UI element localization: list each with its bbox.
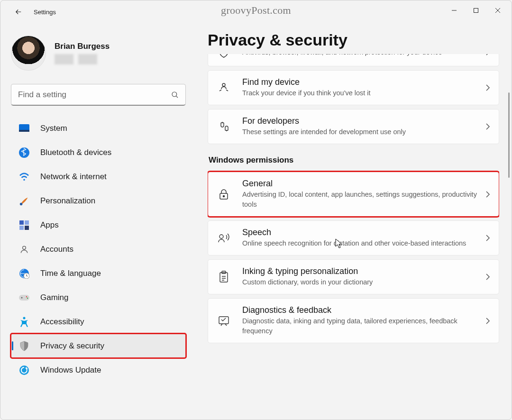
nav-item-time-language[interactable]: Time & language: [11, 261, 186, 285]
nav-item-gaming[interactable]: Gaming: [11, 285, 186, 310]
svg-rect-10: [25, 220, 29, 225]
nav-label: Accessibility: [40, 317, 84, 327]
svg-point-2: [172, 92, 177, 97]
svg-point-25: [219, 235, 223, 238]
card-title: General: [242, 179, 480, 189]
content-area: Privacy & security Windows Security Anti…: [192, 23, 512, 420]
maximize-button[interactable]: [465, 2, 487, 18]
avatar: [11, 36, 46, 71]
svg-rect-26: [220, 273, 228, 282]
back-button[interactable]: [12, 5, 25, 18]
location-person-icon: [217, 81, 231, 95]
card-speech[interactable]: Speech Online speech recognition for dic…: [208, 220, 499, 256]
nav-label: Network & internet: [40, 172, 107, 182]
nav-item-privacy-security[interactable]: Privacy & security: [11, 334, 186, 358]
card-title: Find my device: [242, 77, 480, 87]
search-input[interactable]: [11, 84, 186, 106]
nav-item-apps[interactable]: Apps: [11, 213, 186, 237]
shield-icon: [18, 340, 30, 352]
security-shield-icon: [217, 54, 231, 59]
nav-label: Personalization: [40, 196, 95, 206]
chevron-right-icon: [485, 234, 490, 242]
nav-item-bluetooth[interactable]: Bluetooth & devices: [11, 140, 186, 164]
svg-rect-16: [19, 295, 29, 301]
app-title: Settings: [34, 9, 56, 16]
wifi-icon: [18, 171, 30, 183]
svg-rect-9: [19, 220, 24, 225]
clipboard-icon: [217, 270, 231, 284]
svg-point-18: [26, 296, 27, 297]
nav-item-windows-update[interactable]: Windows Update: [11, 358, 186, 382]
card-subtitle: Diagnostic data, inking and typing data,…: [242, 316, 480, 336]
speech-icon: [217, 231, 231, 245]
brush-icon: [18, 195, 30, 207]
watermark-text: groovyPost.com: [221, 4, 291, 17]
card-for-developers[interactable]: For developers These settings are intend…: [208, 109, 499, 144]
minimize-button[interactable]: [443, 2, 465, 18]
scroll-area[interactable]: Windows Security Antivirus, browser, fir…: [208, 54, 499, 420]
card-subtitle: Custom dictionary, words in your diction…: [242, 277, 480, 287]
search-icon: [171, 91, 179, 99]
card-subtitle: Track your device if you think you've lo…: [242, 88, 480, 98]
profile-name: Brian Burgess: [55, 42, 110, 51]
scrollbar-thumb[interactable]: [508, 92, 510, 178]
card-general[interactable]: General Advertising ID, local content, a…: [208, 172, 499, 217]
nav-label: Apps: [40, 220, 59, 230]
nav-label: Privacy & security: [40, 341, 104, 351]
titlebar: Settings groovyPost.com: [0, 0, 512, 23]
svg-point-24: [223, 195, 225, 197]
chevron-right-icon: [485, 84, 490, 91]
nav-item-accessibility[interactable]: Accessibility: [11, 310, 186, 334]
page-title: Privacy & security: [208, 31, 499, 49]
person-icon: [18, 244, 30, 255]
nav-list: System Bluetooth & devices Network & int…: [11, 116, 186, 382]
system-icon: [18, 123, 30, 134]
svg-rect-11: [19, 226, 24, 230]
chevron-right-icon: [485, 273, 490, 281]
lock-icon: [217, 187, 231, 201]
nav-item-system[interactable]: System: [11, 116, 186, 140]
card-windows-security[interactable]: Windows Security Antivirus, browser, fir…: [208, 54, 499, 66]
card-title: For developers: [242, 116, 480, 126]
nav-label: Time & language: [40, 269, 101, 278]
card-title: Inking & typing personalization: [242, 266, 480, 276]
nav-label: Accounts: [40, 245, 73, 254]
nav-label: System: [40, 124, 67, 133]
card-subtitle: Antivirus, browser, firewall, and networ…: [242, 54, 480, 58]
gamepad-icon: [18, 292, 30, 303]
profile-block[interactable]: Brian Burgess: [11, 36, 186, 71]
globe-clock-icon: [18, 268, 30, 279]
card-subtitle: These settings are intended for developm…: [242, 127, 480, 137]
svg-rect-12: [25, 226, 29, 230]
card-diagnostics-feedback[interactable]: Diagnostics & feedback Diagnostic data, …: [208, 298, 499, 343]
chevron-right-icon: [485, 191, 490, 198]
accessibility-icon: [18, 316, 30, 328]
sidebar: Brian Burgess System: [0, 23, 192, 420]
search-box[interactable]: [11, 84, 186, 106]
svg-rect-5: [19, 130, 29, 132]
window-controls: [443, 2, 509, 18]
svg-point-17: [21, 297, 23, 298]
svg-point-20: [23, 317, 26, 319]
update-icon: [18, 365, 30, 376]
svg-point-22: [222, 83, 225, 86]
chevron-right-icon: [485, 317, 490, 325]
nav-item-network[interactable]: Network & internet: [11, 164, 186, 189]
card-inking-typing[interactable]: Inking & typing personalization Custom d…: [208, 259, 499, 294]
nav-item-personalization[interactable]: Personalization: [11, 189, 186, 213]
bluetooth-icon: [18, 147, 30, 158]
nav-label: Bluetooth & devices: [40, 148, 111, 157]
nav-item-accounts[interactable]: Accounts: [11, 237, 186, 261]
close-button[interactable]: [487, 2, 509, 18]
feedback-icon: [217, 314, 231, 328]
card-subtitle: Online speech recognition for dictation …: [242, 238, 480, 248]
svg-point-8: [20, 202, 23, 205]
svg-line-3: [176, 96, 178, 98]
nav-label: Windows Update: [40, 365, 101, 375]
card-title: Speech: [242, 228, 480, 237]
apps-icon: [18, 219, 30, 231]
profile-subtext: [55, 54, 110, 64]
svg-point-19: [27, 297, 28, 298]
card-subtitle: Advertising ID, local content, app launc…: [242, 190, 480, 210]
card-find-my-device[interactable]: Find my device Track your device if you …: [208, 70, 499, 105]
